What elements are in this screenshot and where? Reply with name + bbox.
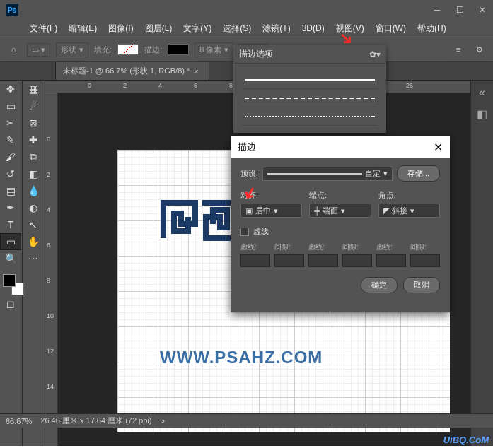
menu-filter[interactable]: 滤镜(T) <box>258 21 294 36</box>
stroke-swatch[interactable] <box>168 44 189 55</box>
healing-tool[interactable]: ✚ <box>23 131 44 148</box>
stroke-preset-dotted[interactable] <box>242 107 378 126</box>
menu-bar: 文件(F) 编辑(E) 图像(I) 图层(L) 文字(Y) 选择(S) 滤镜(T… <box>0 20 493 37</box>
align-dropdown[interactable]: ▣ 居中 ▾ <box>240 204 302 218</box>
hand-tool[interactable]: ✋ <box>23 233 44 250</box>
document-tab[interactable]: 未标题-1 @ 66.7% (形状 1, RGB/8) * × <box>55 61 209 80</box>
menu-image[interactable]: 图像(I) <box>104 21 137 36</box>
move-tool[interactable]: ✥ <box>0 81 21 98</box>
eraser-tool[interactable]: ◧ <box>23 165 44 182</box>
menu-help[interactable]: 帮助(H) <box>413 21 451 36</box>
canvas-watermark-text: WWW.PSAHZ.COM <box>160 348 323 367</box>
gap-input-1[interactable] <box>274 254 304 267</box>
artboard-tool[interactable]: ▦ <box>23 81 44 98</box>
tab-close-icon[interactable]: × <box>194 67 198 76</box>
marquee-tool[interactable]: ▭ <box>0 98 21 114</box>
frame-tool[interactable]: ⊠ <box>23 114 44 131</box>
corners-label: 角点: <box>378 190 440 201</box>
dialog-title: 描边 <box>238 141 256 153</box>
menu-edit[interactable]: 编辑(E) <box>64 21 101 36</box>
history-brush-tool[interactable]: ↺ <box>0 165 21 182</box>
zoom-tool[interactable]: 🔍 <box>0 250 21 267</box>
dash-input-1[interactable] <box>240 254 270 267</box>
minimize-button[interactable]: ─ <box>427 2 448 18</box>
page-watermark: UiBQ.CoM <box>443 435 489 445</box>
preset-dropdown[interactable]: 自定▾ <box>262 167 393 181</box>
status-caret-icon[interactable]: > <box>160 417 164 425</box>
preset-label: 预设: <box>240 168 258 179</box>
lasso-tool[interactable]: ☄ <box>23 98 44 114</box>
gap-input-2[interactable] <box>342 254 372 267</box>
align-icon[interactable]: ≡ <box>451 42 466 57</box>
right-panel-collapsed: « ◧ <box>470 81 493 446</box>
ok-button[interactable]: 确定 <box>361 277 398 293</box>
status-dimensions: 26.46 厘米 x 17.64 厘米 (72 ppi) <box>40 415 151 426</box>
gradient-tool[interactable]: ▤ <box>0 182 21 199</box>
maximize-button[interactable]: ☐ <box>449 2 470 18</box>
clone-tool[interactable]: ⧉ <box>23 148 44 165</box>
menu-layer[interactable]: 图层(L) <box>141 21 177 36</box>
panel-gear-icon[interactable]: ✿▾ <box>369 49 381 59</box>
shape-pattern[interactable] <box>160 199 238 242</box>
brush-tool[interactable]: 🖌 <box>0 148 21 165</box>
shape-mode-dropdown[interactable]: 形状 ▾ <box>56 42 88 57</box>
tool-more[interactable]: ⋯ <box>23 250 44 267</box>
options-gear-icon[interactable]: ⚙ <box>472 42 487 57</box>
dash-input-2[interactable] <box>308 254 338 267</box>
ruler-vertical: 0 2 4 6 8 10 12 14 16 <box>45 93 58 446</box>
menu-3d[interactable]: 3D(D) <box>298 22 329 35</box>
caps-label: 端点: <box>309 190 371 201</box>
panel-icon-1[interactable]: ◧ <box>477 107 487 121</box>
dash-input-3[interactable] <box>376 254 406 267</box>
quick-mask-icon[interactable]: ◻ <box>0 295 21 312</box>
dashed-label: 虚线 <box>253 226 269 237</box>
close-window-button[interactable]: ✕ <box>472 2 493 18</box>
cancel-button[interactable]: 取消 <box>403 277 440 293</box>
save-preset-button[interactable]: 存储... <box>397 165 440 182</box>
toolbox-col2: ▦ ☄ ⊠ ✚ ⧉ ◧ 💧 ◐ ↖ ✋ ⋯ <box>23 81 45 446</box>
stroke-dialog: 描边 ✕ 预设: 自定▾ 存储... 对齐: ▣ 居中 ▾ 端点: ╪ 端面 ▾ <box>231 136 450 312</box>
color-swatches[interactable] <box>3 274 24 295</box>
dashed-checkbox[interactable] <box>240 228 249 236</box>
dialog-close-button[interactable]: ✕ <box>434 141 443 154</box>
expand-panels-icon[interactable]: « <box>479 86 485 99</box>
document-tab-title: 未标题-1 @ 66.7% (形状 1, RGB/8) * <box>63 66 190 76</box>
crop-tool[interactable]: ✂ <box>0 114 21 131</box>
status-zoom[interactable]: 66.67% <box>6 417 32 425</box>
ps-logo: Ps <box>6 4 18 16</box>
caps-dropdown[interactable]: ╪ 端面 ▾ <box>309 204 371 218</box>
menu-select[interactable]: 选择(S) <box>219 21 255 36</box>
text-tool[interactable]: T <box>0 216 21 233</box>
stroke-options-panel: 描边选项 ✿▾ <box>233 45 386 133</box>
stroke-label: 描边: <box>144 45 162 55</box>
menu-file[interactable]: 文件(F) <box>25 21 62 36</box>
rectangle-tool[interactable]: ▭ <box>0 233 21 250</box>
fg-color-swatch[interactable] <box>3 274 16 287</box>
home-icon[interactable]: ⌂ <box>6 42 21 57</box>
stroke-preset-dashed[interactable] <box>242 89 378 107</box>
eyedropper-tool[interactable]: ✎ <box>0 131 21 148</box>
pen-tool[interactable]: ✒ <box>0 199 21 216</box>
fill-label: 填充: <box>94 45 112 55</box>
title-bar: Ps ─ ☐ ✕ <box>0 0 493 20</box>
menu-text[interactable]: 文字(Y) <box>179 21 216 36</box>
fill-swatch[interactable] <box>117 44 139 55</box>
dodge-tool[interactable]: ◐ <box>23 199 44 216</box>
stroke-width-dropdown[interactable]: 8 像素 ▾ <box>195 42 233 57</box>
blur-tool[interactable]: 💧 <box>23 182 44 199</box>
stroke-preset-solid[interactable] <box>242 71 378 89</box>
gap-input-3[interactable] <box>410 254 440 267</box>
status-bar: 66.67% 26.46 厘米 x 17.64 厘米 (72 ppi) > <box>0 413 493 428</box>
menu-window[interactable]: 窗口(W) <box>371 21 410 36</box>
stroke-options-title: 描边选项 <box>239 48 273 60</box>
toolbox-col1: ✥ ▭ ✂ ✎ 🖌 ↺ ▤ ✒ T ▭ 🔍 ◻ <box>0 81 23 446</box>
path-select-tool[interactable]: ↖ <box>23 216 44 233</box>
corners-dropdown[interactable]: ◤ 斜接 ▾ <box>378 204 440 218</box>
tool-preset-dropdown[interactable]: ▭ ▾ <box>27 43 50 57</box>
